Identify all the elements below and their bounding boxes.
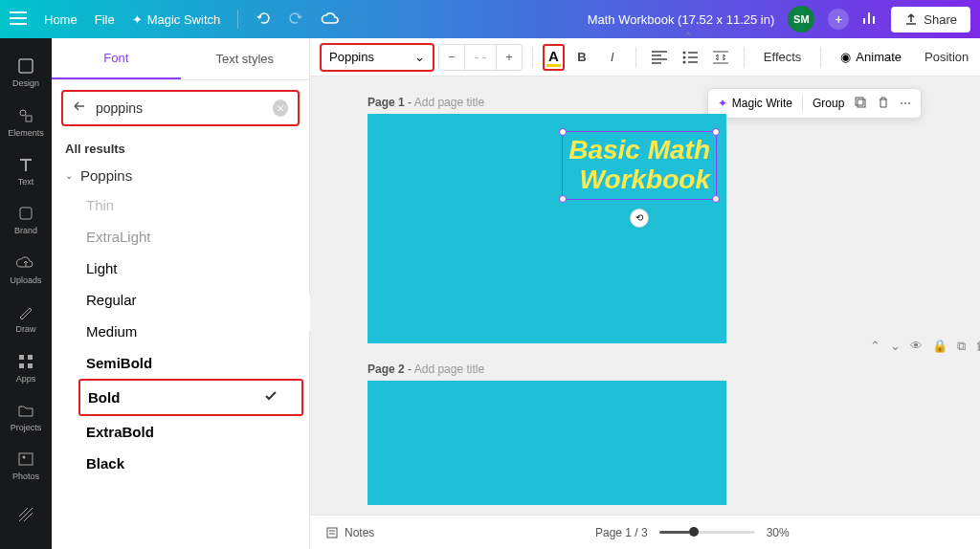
left-rail: Design Elements Text Brand Uploads Draw … (0, 38, 52, 549)
page-1-canvas[interactable]: Basic Math Workbook ⟲ (368, 114, 726, 343)
avatar[interactable]: SM (788, 6, 814, 33)
expand-handle-icon[interactable]: ⌃ (684, 31, 692, 41)
rail-draw[interactable]: Draw (0, 294, 52, 342)
redo-icon[interactable] (288, 11, 303, 29)
lock-icon[interactable]: 🔒 (932, 339, 947, 354)
bold-button[interactable]: B (568, 44, 595, 71)
font-size-display[interactable]: - - (464, 45, 497, 70)
bottom-center: Page 1 / 3 30% (595, 526, 790, 539)
copy-icon[interactable] (854, 96, 867, 112)
list-button[interactable] (677, 44, 703, 71)
font-family-row[interactable]: ⌄ Poppins (52, 162, 309, 189)
effects-button[interactable]: Effects (754, 50, 812, 64)
rail-text[interactable]: Text (0, 146, 52, 195)
position-button[interactable]: Position (915, 50, 978, 64)
font-dropdown[interactable]: Poppins ⌄ (320, 43, 434, 72)
rail-design[interactable]: Design (0, 48, 52, 97)
bottom-bar: ⌃ Notes Page 1 / 3 30% (310, 515, 980, 549)
resize-handle[interactable] (559, 195, 567, 203)
sparkle-icon: ✦ (132, 12, 143, 27)
resize-handle[interactable] (712, 128, 720, 136)
duplicate-icon[interactable]: ⧉ (957, 339, 966, 354)
rail-elements[interactable]: Elements (0, 97, 52, 145)
trash-icon[interactable] (877, 96, 890, 112)
font-weight-medium[interactable]: Medium (86, 316, 309, 347)
magic-switch-button[interactable]: ✦ Magic Switch (132, 12, 221, 27)
uploads-icon (16, 253, 35, 273)
upload-icon (904, 12, 918, 26)
font-weight-thin[interactable]: Thin (86, 189, 309, 221)
check-icon (263, 388, 278, 406)
svg-rect-17 (856, 98, 863, 105)
trash-icon[interactable]: 🗑 (975, 339, 980, 354)
home-link[interactable]: Home (44, 12, 78, 27)
page-counter[interactable]: Page 1 / 3 (595, 526, 648, 539)
font-weight-light[interactable]: Light (86, 253, 309, 284)
file-menu[interactable]: File (95, 12, 115, 27)
decrease-size-button[interactable]: − (439, 45, 464, 70)
divider (820, 47, 821, 68)
undo-icon[interactable] (256, 11, 271, 29)
font-weight-extralight[interactable]: ExtraLight (86, 221, 309, 253)
increase-size-button[interactable]: + (497, 45, 522, 70)
text-toolbar: Poppins ⌄ − - - + A B I (310, 38, 980, 77)
more-icon[interactable]: ⋯ (900, 97, 911, 110)
notes-icon (325, 526, 339, 539)
resize-handle[interactable] (712, 195, 720, 203)
align-button[interactable] (646, 44, 673, 71)
design-icon (16, 56, 35, 76)
insights-icon[interactable] (862, 11, 878, 29)
floating-toolbar: ✦ Magic Write Group ⋯ (707, 88, 922, 119)
animate-button[interactable]: ◉ Animate (831, 50, 911, 64)
svg-rect-7 (28, 363, 33, 368)
font-size-stepper: − - - + (438, 44, 523, 71)
svg-rect-16 (858, 99, 865, 107)
rail-apps[interactable]: Apps (0, 342, 52, 391)
move-up-icon[interactable]: ⌃ (870, 339, 880, 354)
add-member-button[interactable]: + (828, 9, 849, 30)
clear-search-icon[interactable]: ✕ (273, 99, 288, 117)
tab-font[interactable]: Font (52, 38, 181, 79)
font-weight-extrabold[interactable]: ExtraBold (86, 416, 309, 448)
cloud-sync-icon[interactable] (321, 11, 340, 28)
spacing-button[interactable] (707, 44, 734, 71)
rotate-handle-icon[interactable]: ⟲ (630, 209, 649, 228)
svg-point-1 (20, 110, 26, 116)
move-down-icon[interactable]: ⌄ (890, 339, 901, 354)
font-weight-regular[interactable]: Regular (86, 284, 309, 316)
rail-photos[interactable]: Photos (0, 441, 52, 490)
search-input[interactable] (96, 100, 263, 116)
text-content[interactable]: Basic Math Workbook (563, 132, 716, 199)
menu-icon[interactable] (10, 11, 27, 28)
visibility-icon[interactable]: 👁 (910, 339, 923, 354)
group-button[interactable]: Group (813, 97, 844, 110)
rail-texture[interactable] (0, 491, 52, 539)
rail-brand[interactable]: Brand (0, 195, 52, 244)
page-2-canvas[interactable] (368, 381, 726, 505)
draw-icon (16, 302, 35, 321)
rail-uploads[interactable]: Uploads (0, 245, 52, 294)
chevron-down-icon: ⌄ (65, 170, 73, 181)
page-2-label[interactable]: Page 2 - Add page title (368, 362, 980, 376)
zoom-slider[interactable] (659, 531, 755, 534)
document-title[interactable]: Math Workbook (17.52 x 11.25 in) (588, 12, 775, 27)
share-button[interactable]: Share (891, 7, 970, 33)
tab-text-styles[interactable]: Text styles (181, 38, 310, 79)
font-weight-list: Thin ExtraLight Light Regular Medium Sem… (52, 189, 309, 479)
font-weight-bold[interactable]: Bold (78, 379, 303, 416)
rail-projects[interactable]: Projects (0, 392, 52, 441)
italic-button[interactable]: I (599, 44, 626, 71)
text-color-button[interactable]: A (543, 44, 565, 71)
notes-button[interactable]: Notes (325, 526, 374, 539)
back-arrow-icon[interactable] (73, 99, 86, 117)
svg-rect-5 (28, 355, 33, 360)
text-element-selected[interactable]: Basic Math Workbook ⟲ (562, 131, 717, 200)
zoom-value[interactable]: 30% (767, 526, 790, 539)
animate-icon: ◉ (840, 50, 851, 64)
workspace[interactable]: ✦ Magic Write Group ⋯ Page 1 - Add page … (310, 77, 980, 515)
slider-thumb[interactable] (689, 527, 699, 537)
font-weight-semibold[interactable]: SemiBold (86, 347, 309, 379)
top-header: Home File ✦ Magic Switch Math Workbook (… (0, 0, 980, 38)
magic-write-button[interactable]: ✦ Magic Write (718, 97, 792, 110)
font-weight-black[interactable]: Black (86, 448, 309, 479)
